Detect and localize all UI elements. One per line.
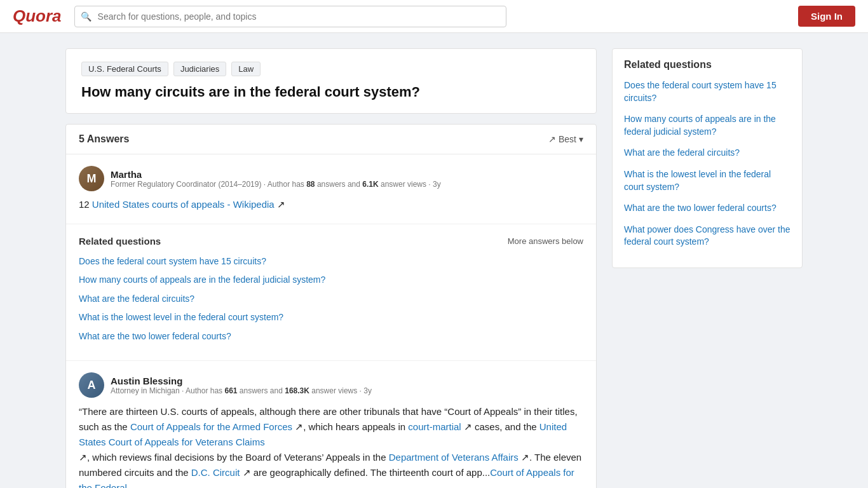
related-link-2[interactable]: What are the federal circuits? [79,293,583,306]
author-meta-austin: Attorney in Michigan · Author has 661 an… [111,386,372,395]
sidebar-related-link-3[interactable]: What is the lowest level in the federal … [624,168,790,193]
question-card: U.S. Federal Courts Judiciaries Law How … [65,48,597,114]
related-card-title: Related questions [624,59,790,71]
search-icon: 🔍 [81,11,92,22]
trending-icon: ↗ [548,134,556,144]
breadcrumb-tag-2[interactable]: Law [231,62,261,76]
author-name-austin[interactable]: Austin Blessing [111,376,372,386]
breadcrumb-tag-0[interactable]: U.S. Federal Courts [81,62,168,76]
header-right: Sign In [798,6,855,27]
question-title: How many circuits are in the federal cou… [81,84,581,100]
more-answers-label: More answers below [508,236,583,246]
quora-logo[interactable]: Quora [13,6,62,26]
answers-header: 5 Answers ↗ Best ▾ [66,125,596,154]
sidebar-related-link-0[interactable]: Does the federal court system have 15 ci… [624,79,790,104]
sidebar-related-link-4[interactable]: What are the two lower federal courts? [624,202,790,215]
answer-body-austin: “There are thirteen U.S. courts of appea… [79,404,583,488]
wikipedia-link[interactable]: United States courts of appeals - Wikipe… [92,199,275,210]
author-info-martha: Martha Former Regulatory Coordinator (20… [111,169,441,189]
answers-count: 5 Answers [79,133,129,145]
avatar-austin: A [79,372,104,398]
sidebar-related-link-1[interactable]: How many courts of appeals are in the fe… [624,113,790,138]
dc-circuit-link[interactable]: D.C. Circuit [191,467,240,478]
breadcrumbs: U.S. Federal Courts Judiciaries Law [81,62,581,76]
sidebar-related-link-5[interactable]: What power does Congress have over the f… [624,224,790,248]
sidebar-related-link-2[interactable]: What are the federal circuits? [624,147,790,159]
chevron-down-icon: ▾ [579,134,583,144]
dva-link[interactable]: Department of Veterans Affairs [389,452,519,463]
sort-label: Best [559,134,576,144]
right-column: Related questions Does the federal court… [612,48,803,488]
author-info-austin: Austin Blessing Attorney in Michigan · A… [111,376,372,395]
answers-section: 5 Answers ↗ Best ▾ M Martha Former Re [65,124,597,488]
coa-armed-forces-link[interactable]: Court of Appeals for the Armed Forces [130,421,292,432]
search-input[interactable] [74,6,506,27]
answer-item-austin: A Austin Blessing Attorney in Michigan ·… [66,361,596,488]
answer-content-martha: 12 United States courts of appeals - Wik… [79,198,583,212]
search-bar: 🔍 [74,6,506,27]
main-container: U.S. Federal Courts Judiciaries Law How … [53,48,815,488]
author-meta-martha: Former Regulatory Coordinator (2014–2019… [111,180,441,189]
related-link-0[interactable]: Does the federal court system have 15 ci… [79,255,583,268]
avatar-martha: M [79,166,104,191]
sign-in-button[interactable]: Sign In [798,6,855,27]
answer-item-martha: M Martha Former Regulatory Coordinator (… [66,154,596,224]
related-inline-title: Related questions [79,236,161,247]
related-questions-inline: Related questions More answers below Doe… [66,224,596,362]
related-link-4[interactable]: What are the two lower federal courts? [79,330,583,343]
header: Quora 🔍 Sign In [0,0,868,33]
author-name-martha[interactable]: Martha [111,169,441,180]
related-link-3[interactable]: What is the lowest level in the federal … [79,311,583,324]
answer-author-austin: A Austin Blessing Attorney in Michigan ·… [79,372,583,398]
sort-button[interactable]: ↗ Best ▾ [548,134,583,144]
breadcrumb-tag-1[interactable]: Judiciaries [173,62,226,76]
court-martial-link[interactable]: court-martial [408,421,461,432]
left-column: U.S. Federal Courts Judiciaries Law How … [65,48,597,488]
answer-author-martha: M Martha Former Regulatory Coordinator (… [79,166,583,191]
related-card: Related questions Does the federal court… [612,48,803,268]
related-inline-header: Related questions More answers below [79,236,583,247]
related-link-1[interactable]: How many courts of appeals are in the fe… [79,274,583,287]
